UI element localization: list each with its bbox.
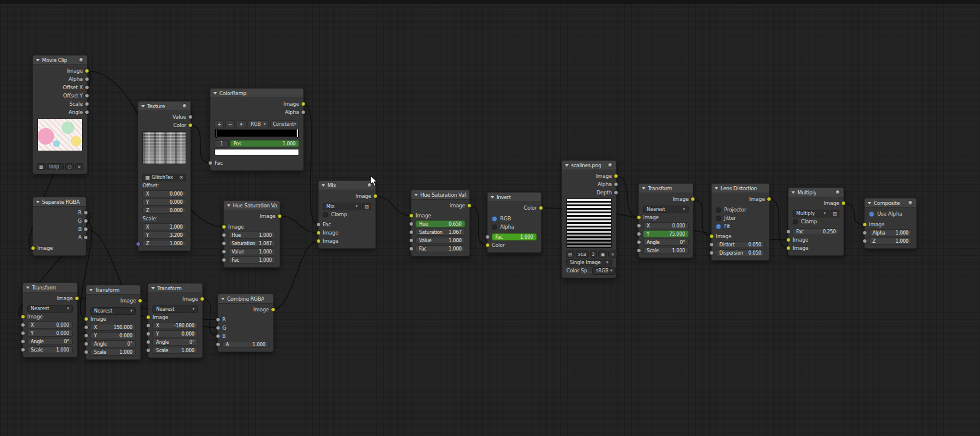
socket-out-image[interactable] [301,102,306,106]
interpolation-dropdown[interactable]: Constant▾ [270,121,299,128]
remove-stop-button[interactable]: − [225,121,235,128]
node-header[interactable]: Hue Saturation Value [224,201,280,210]
number-slider-saturation[interactable]: Saturation1.067 [416,229,465,236]
number-slider-scale[interactable]: Scale1.000 [152,347,198,354]
node-header[interactable]: Movie Clip [33,56,87,65]
socket-out-r[interactable] [83,210,88,215]
alpha-toggle-icon[interactable]: ▨ [830,210,839,217]
dropdown-multiply[interactable]: Multiply▾ [793,210,829,217]
node-mix[interactable]: MixImageMix▾▨ClampFacImageImage [318,180,376,249]
socket-in-z[interactable] [862,239,867,243]
socket-in-angle[interactable] [21,339,25,344]
number-slider-hue[interactable]: Hue1.000 [228,232,275,239]
node-header[interactable]: Composite [865,199,916,208]
socket-in-angle[interactable] [146,340,151,344]
socket-in-dispersion[interactable] [709,250,714,255]
socket-out-image[interactable] [200,297,205,301]
socket-in-hue[interactable] [409,222,414,226]
datablock-name[interactable]: sca [576,250,588,258]
number-slider-angle[interactable]: Angle0° [152,339,198,346]
collapse-arrow-icon[interactable] [213,92,217,95]
number-slider-scale[interactable]: Scale1.000 [643,247,689,254]
number-slider-x[interactable]: X1.000 [142,223,186,230]
dropdown-single-image[interactable]: Single Image▾ [566,259,612,266]
node-transform-3[interactable]: TransformImageNearest▾ImageX-180.000Y0.0… [148,283,203,358]
color-mode-dropdown[interactable]: RGB▾ [248,121,269,128]
socket-in-alpha[interactable] [862,230,867,235]
socket-in-x[interactable] [637,223,641,228]
checkbox-use-alpha[interactable] [869,212,874,217]
number-slider-fac[interactable]: Fac1.000 [228,256,275,263]
user-icon[interactable]: ○ [65,163,74,170]
socket-in-image[interactable] [786,246,791,250]
socket-in-hue[interactable] [222,233,226,237]
checkbox-clamp[interactable] [793,219,798,224]
node-header[interactable]: scalines.png [562,161,616,170]
alpha-toggle-icon[interactable]: ▨ [362,203,371,210]
number-slider-angle[interactable]: Angle0° [27,338,73,345]
node-header[interactable]: Transform [148,284,202,293]
collapse-arrow-icon[interactable] [89,289,93,291]
socket-in-scale[interactable] [21,347,25,352]
socket-out-alpha[interactable] [614,182,618,187]
number-slider-y[interactable]: Y0.000 [90,332,136,339]
film-icon[interactable]: ▦ [37,163,46,170]
socket-in-image[interactable] [21,314,25,319]
number-slider-fac[interactable]: Fac1.000 [492,233,537,240]
number-slider-z[interactable]: Z1.000 [142,240,186,247]
socket-in-fac[interactable] [786,229,791,234]
socket-out-image[interactable] [841,201,846,206]
socket-out-angle[interactable] [85,110,89,115]
node-composite[interactable]: CompositeUse AlphaImageAlpha1.000Z1.000 [864,198,917,249]
checkbox-projector[interactable] [716,207,721,213]
socket-in-image[interactable] [31,246,35,250]
collapse-arrow-icon[interactable] [141,105,145,108]
socket-in-scale[interactable] [84,350,89,354]
number-slider-saturation[interactable]: Saturation1.067 [228,240,275,247]
dropdown-nearest[interactable]: Nearest▾ [152,305,198,313]
node-header[interactable]: Separate RGBA [33,197,86,207]
number-slider-x[interactable]: X0.000 [643,222,689,229]
node-header[interactable]: Lens Distortion [712,184,769,193]
socket-in-angle[interactable] [84,341,89,346]
socket-in-image[interactable] [316,239,321,243]
socket-in-image[interactable] [316,230,321,235]
add-stop-button[interactable]: + [215,121,224,128]
number-slider-scale[interactable]: Scale1.000 [27,346,73,353]
node-combine-rgba[interactable]: Combine RGBAImageRGBA1.000 [218,294,274,352]
socket-out-b[interactable] [83,227,88,232]
checkbox-clamp[interactable] [323,212,328,217]
node-scalines[interactable]: scalines.pngImageAlphaDepth▤sca2▣×Single… [562,160,616,278]
socket-in-saturation[interactable] [409,230,414,235]
collapse-arrow-icon[interactable] [227,204,231,207]
number-slider-z[interactable]: Z0.000 [142,207,186,214]
node-header[interactable]: Texture [138,102,190,111]
dropdown-nearest[interactable]: Nearest▾ [643,206,689,213]
x-icon[interactable]: × [75,163,83,170]
checkbox-rgb[interactable] [492,216,497,222]
node-header[interactable]: Hue Saturation Value [411,190,469,200]
socket-out-image[interactable] [373,194,378,199]
socket-out-alpha[interactable] [85,77,89,82]
node-lens-distortion[interactable]: Lens DistortionImageProjectorJitterFitIm… [711,183,770,261]
socket-out-g[interactable] [83,219,88,223]
collapse-arrow-icon[interactable] [868,202,871,204]
colorband-stop[interactable] [296,129,298,138]
checkbox-alpha[interactable] [492,224,497,230]
node-transform-4[interactable]: TransformImageNearest▾ImageX0.000Y75.000… [638,183,693,258]
socket-out-image[interactable] [467,203,472,208]
socket-in-scale[interactable] [146,348,151,353]
collapse-arrow-icon[interactable] [715,187,718,190]
socket-in-image[interactable] [222,224,226,229]
collapse-arrow-icon[interactable] [36,201,40,203]
socket-out-image[interactable] [271,307,275,312]
number-slider-fac[interactable]: Fac0.250 [793,228,839,235]
number-slider-y[interactable]: Y75.000 [643,230,689,237]
node-header[interactable]: Invert [488,193,541,202]
dropdown-mix[interactable]: Mix▾ [323,203,361,210]
number-slider-a[interactable]: A1.000 [222,341,269,348]
collapse-arrow-icon[interactable] [221,298,225,300]
number-slider-x[interactable]: X-180.000 [152,322,198,329]
datablock-name[interactable]: 2 [590,250,598,258]
socket-out-image[interactable] [614,174,618,178]
